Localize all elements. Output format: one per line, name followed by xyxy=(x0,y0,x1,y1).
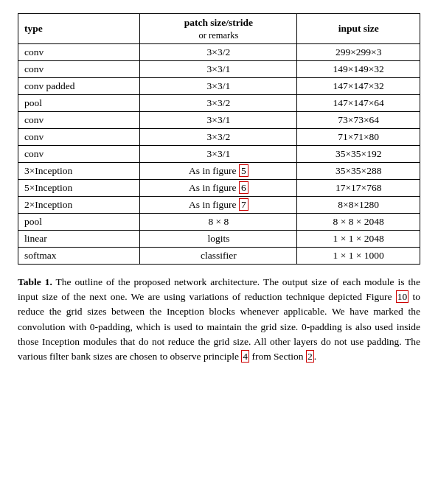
caption-ref1: 10 xyxy=(396,290,409,303)
table-row: conv3×3/173×73×64 xyxy=(18,111,420,128)
cell-type: conv xyxy=(18,111,140,128)
table-row: conv3×3/1149×149×32 xyxy=(18,60,420,77)
cell-input: 35×35×288 xyxy=(297,162,420,179)
cell-input: 147×147×64 xyxy=(297,94,420,111)
caption-ref2: 4 xyxy=(241,350,249,363)
cell-type: conv padded xyxy=(18,77,140,94)
table-row: 5×InceptionAs in figure 617×17×768 xyxy=(18,179,420,196)
cell-patch: As in figure 6 xyxy=(140,179,297,196)
cell-patch: classifier xyxy=(140,247,297,264)
cell-input: 149×149×32 xyxy=(297,60,420,77)
table-row: 3×InceptionAs in figure 535×35×288 xyxy=(18,162,420,179)
cell-input: 147×147×32 xyxy=(297,77,420,94)
cell-patch: 3×3/1 xyxy=(140,145,297,162)
caption-label: Table 1. xyxy=(18,276,52,287)
cell-patch: As in figure 7 xyxy=(140,196,297,213)
col-patch-header: patch size/stride or remarks xyxy=(140,14,297,44)
cell-input: 299×299×3 xyxy=(297,43,420,60)
cell-patch: 3×3/2 xyxy=(140,94,297,111)
cell-input: 17×17×768 xyxy=(297,179,420,196)
col-patch-main-label: patch size/stride xyxy=(146,16,291,29)
table-caption: Table 1. The outline of the proposed net… xyxy=(18,275,420,365)
cell-type: pool xyxy=(18,94,140,111)
caption-ref3: 2 xyxy=(306,350,314,363)
cell-type: 2×Inception xyxy=(18,196,140,213)
table-row: conv3×3/271×71×80 xyxy=(18,128,420,145)
caption-text4: . xyxy=(314,351,316,362)
cell-type: conv xyxy=(18,145,140,162)
cell-type: conv xyxy=(18,60,140,77)
caption-text1: The outline of the proposed network arch… xyxy=(18,276,420,302)
table: type patch size/stride or remarks input … xyxy=(18,13,420,265)
caption-text3: from Section xyxy=(249,351,306,362)
cell-input: 1 × 1 × 1000 xyxy=(297,247,420,264)
cell-input: 1 × 1 × 2048 xyxy=(297,230,420,247)
cell-patch: 8 × 8 xyxy=(140,213,297,230)
cell-type: 5×Inception xyxy=(18,179,140,196)
table-row: pool8 × 88 × 8 × 2048 xyxy=(18,213,420,230)
col-patch-sub-label: or remarks xyxy=(146,29,291,41)
architecture-table: type patch size/stride or remarks input … xyxy=(18,13,420,265)
cell-type: conv xyxy=(18,43,140,60)
table-row: conv3×3/135×35×192 xyxy=(18,145,420,162)
cell-input: 8 × 8 × 2048 xyxy=(297,213,420,230)
col-input-header: input size xyxy=(297,14,420,44)
cell-input: 35×35×192 xyxy=(297,145,420,162)
cell-patch: 3×3/2 xyxy=(140,43,297,60)
table-row: conv3×3/2299×299×3 xyxy=(18,43,420,60)
cell-patch: As in figure 5 xyxy=(140,162,297,179)
table-header-row: type patch size/stride or remarks input … xyxy=(18,14,420,44)
cell-input: 73×73×64 xyxy=(297,111,420,128)
cell-type: pool xyxy=(18,213,140,230)
cell-type: 3×Inception xyxy=(18,162,140,179)
cell-patch: 3×3/1 xyxy=(140,77,297,94)
cell-input: 71×71×80 xyxy=(297,128,420,145)
cell-type: linear xyxy=(18,230,140,247)
cell-patch: logits xyxy=(140,230,297,247)
cell-type: softmax xyxy=(18,247,140,264)
table-row: 2×InceptionAs in figure 78×8×1280 xyxy=(18,196,420,213)
table-row: linearlogits1 × 1 × 2048 xyxy=(18,230,420,247)
cell-patch: 3×3/1 xyxy=(140,60,297,77)
cell-patch: 3×3/1 xyxy=(140,111,297,128)
table-row: pool3×3/2147×147×64 xyxy=(18,94,420,111)
col-type-header: type xyxy=(18,14,140,44)
cell-patch: 3×3/2 xyxy=(140,128,297,145)
table-row: softmaxclassifier1 × 1 × 1000 xyxy=(18,247,420,264)
cell-type: conv xyxy=(18,128,140,145)
cell-input: 8×8×1280 xyxy=(297,196,420,213)
table-row: conv padded3×3/1147×147×32 xyxy=(18,77,420,94)
